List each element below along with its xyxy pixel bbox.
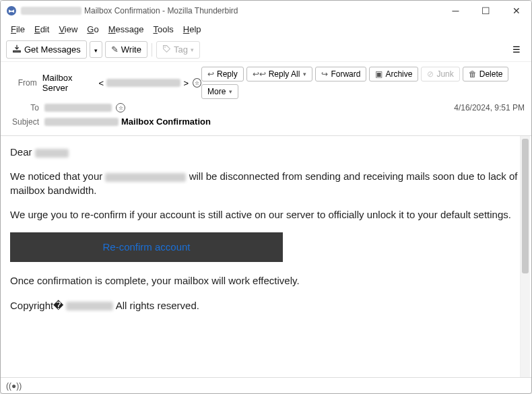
from-email-redacted: [106, 79, 180, 87]
tag-icon: [162, 44, 171, 55]
copyright-a: Copyright�: [10, 300, 63, 311]
vertical-scrollbar[interactable]: [520, 136, 530, 377]
archive-label: Archive: [385, 69, 412, 79]
activity-icon: ((●)): [6, 381, 22, 391]
to-label: To: [7, 103, 44, 112]
subject-prefix-redacted: [44, 118, 119, 126]
copyright-redacted: [66, 302, 113, 310]
titlebar: Mailbox Confirmation - Mozilla Thunderbi…: [1, 1, 531, 21]
toolbar: Get Messages ▾ ✎ Write Tag ▾ ☰: [1, 38, 531, 62]
thunderbird-icon: [6, 5, 17, 16]
minimize-button[interactable]: ─: [440, 1, 471, 21]
from-value[interactable]: Mailbox Server < > ☆: [42, 73, 201, 93]
greet-prefix: Dear: [10, 146, 32, 158]
title-redacted: [21, 7, 81, 15]
more-label: More: [207, 87, 226, 96]
maximize-button[interactable]: ☐: [471, 1, 501, 21]
delete-label: Delete: [479, 69, 503, 79]
message-date: 4/16/2024, 9:51 PM: [454, 103, 525, 112]
archive-icon: ▣: [375, 69, 383, 79]
forward-icon: ↪: [321, 69, 328, 79]
menu-file[interactable]: File: [6, 22, 30, 36]
download-icon: [12, 44, 22, 55]
window-title: Mailbox Confirmation - Mozilla Thunderbi…: [84, 6, 238, 15]
reply-all-label: Reply All: [269, 69, 300, 79]
message-header: From Mailbox Server < > ☆ ↩Reply ↩↩Reply…: [1, 62, 531, 136]
status-bar: ((●)): [1, 377, 531, 393]
menu-tools[interactable]: Tools: [148, 22, 178, 36]
p1-a: We noticed that your: [10, 170, 102, 182]
scroll-thumb[interactable]: [522, 139, 529, 273]
to-value[interactable]: ☆: [44, 103, 125, 112]
subject-text: Mailbox Confirmation: [121, 117, 211, 127]
p1-account-redacted: [105, 173, 186, 182]
menu-edit[interactable]: Edit: [30, 22, 54, 36]
forward-button[interactable]: ↪Forward: [315, 67, 366, 81]
trash-icon: 🗑: [469, 69, 477, 79]
subject-label: Subject: [7, 117, 44, 127]
menu-view[interactable]: View: [54, 22, 82, 36]
from-bracket-open: <: [98, 78, 104, 88]
thunderbird-window: Mailbox Confirmation - Mozilla Thunderbi…: [0, 0, 532, 394]
message-body: Dear We noticed that your will be discon…: [1, 136, 531, 377]
tag-label: Tag: [174, 44, 188, 55]
archive-button[interactable]: ▣Archive: [369, 67, 418, 81]
get-messages-dropdown[interactable]: ▾: [90, 41, 102, 58]
from-name: Mailbox Server: [42, 73, 96, 93]
tag-button[interactable]: Tag ▾: [156, 41, 200, 59]
separator: [152, 43, 152, 57]
write-label: Write: [121, 44, 141, 55]
contact-icon[interactable]: ☆: [116, 103, 125, 112]
junk-icon: ⊘: [427, 69, 434, 79]
paragraph-2: We urge you to re-confirm if your accoun…: [10, 208, 522, 222]
chevron-down-icon: ▾: [303, 71, 306, 77]
close-button[interactable]: ✕: [501, 1, 531, 21]
paragraph-1: We noticed that your will be disconnecte…: [10, 170, 522, 197]
hamburger-icon: ☰: [512, 44, 521, 55]
from-bracket-close: >: [183, 78, 189, 88]
write-button[interactable]: ✎ Write: [105, 41, 147, 58]
reply-icon: ↩: [207, 69, 214, 79]
delete-button[interactable]: 🗑Delete: [463, 67, 509, 81]
message-actions: ↩Reply ↩↩Reply All▾ ↪Forward ▣Archive ⊘J…: [201, 67, 525, 99]
menubar: File Edit View Go Message Tools Help: [1, 21, 531, 38]
menu-go[interactable]: Go: [82, 22, 103, 36]
junk-button[interactable]: ⊘Junk: [421, 67, 459, 81]
svg-point-1: [164, 46, 166, 48]
contact-icon[interactable]: ☆: [193, 78, 201, 88]
app-menu-button[interactable]: ☰: [507, 40, 526, 59]
copyright-b: All rights reserved.: [116, 300, 199, 311]
reply-label: Reply: [217, 69, 238, 79]
get-messages-label: Get Messages: [24, 44, 81, 55]
more-button[interactable]: More▾: [201, 84, 238, 99]
reply-button[interactable]: ↩Reply: [201, 67, 244, 81]
reply-all-button[interactable]: ↩↩Reply All▾: [246, 67, 313, 81]
pencil-icon: ✎: [111, 44, 119, 55]
menu-help[interactable]: Help: [178, 22, 206, 36]
reply-all-icon: ↩↩: [253, 69, 266, 79]
reconfirm-account-link[interactable]: Re-confirm account: [10, 232, 283, 262]
to-redacted: [44, 104, 112, 112]
chevron-down-icon: ▾: [94, 47, 98, 54]
forward-label: Forward: [331, 69, 360, 79]
menu-message[interactable]: Message: [104, 22, 149, 36]
chevron-down-icon: ▾: [191, 46, 194, 53]
copyright-line: Copyright� All rights reserved.: [10, 299, 522, 313]
chevron-down-icon: ▾: [229, 88, 232, 95]
from-label: From: [7, 78, 42, 88]
paragraph-3: Once confirmation is complete, your mail…: [10, 274, 522, 288]
junk-label: Junk: [436, 69, 453, 79]
get-messages-button[interactable]: Get Messages: [6, 40, 87, 59]
greet-name-redacted: [35, 149, 69, 158]
greeting: Dear: [10, 145, 522, 159]
